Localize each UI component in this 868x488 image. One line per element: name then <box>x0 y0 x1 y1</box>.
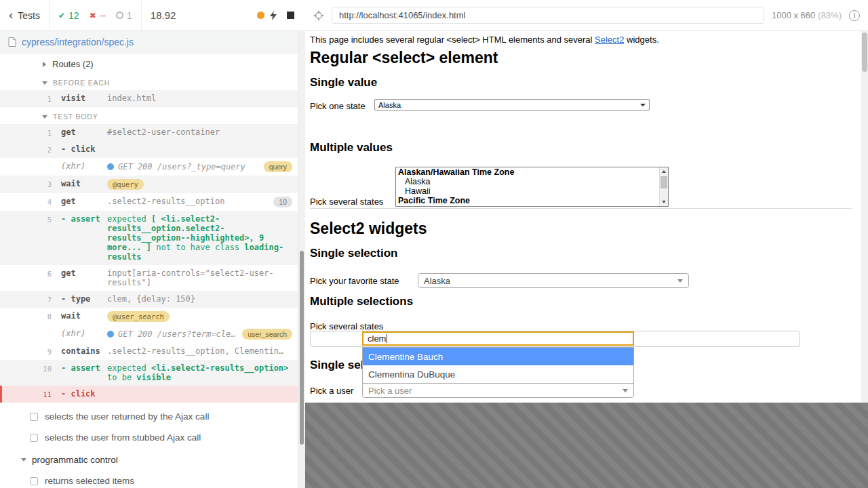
command-name: wait <box>52 311 107 322</box>
file-icon <box>8 37 16 47</box>
suite-programmatic-control[interactable]: programmatic control <box>0 448 298 470</box>
assert-segment: expected <box>107 214 151 224</box>
autoscroll-toggle[interactable] <box>257 11 277 20</box>
hook-header[interactable]: TEST BODY <box>0 107 298 124</box>
log-row[interactable]: (xhr)GET 200 /users?_type=queryquery <box>0 158 298 176</box>
listbox-option[interactable]: Alaska <box>396 177 668 186</box>
favorite-state-select2[interactable]: Alaska <box>418 273 689 288</box>
aut-scrollbar[interactable] <box>861 31 868 403</box>
dropdown-arrow-icon <box>640 104 646 106</box>
assert-segment: expected <box>107 363 151 373</box>
log-row[interactable]: 2- click <box>0 141 298 158</box>
aut-scrollbar-thumb[interactable] <box>862 33 867 72</box>
command-name: visit <box>52 94 107 104</box>
command-detail: #select2-user-container <box>107 127 292 138</box>
log-row[interactable]: 9contains.select2-results__option, Cleme… <box>0 343 298 360</box>
test-title: selects the user returned by the Ajax ca… <box>45 411 209 422</box>
listbox-scrollbar-thumb[interactable] <box>660 176 667 188</box>
row-number: 7 <box>0 294 52 304</box>
row-number: 1 <box>0 94 52 104</box>
test-title-item[interactable]: selects the user returned by the Ajax ca… <box>0 406 298 427</box>
command-name: contains <box>52 346 107 357</box>
log-row[interactable]: 10- assertexpected <li.select2-results__… <box>0 360 298 386</box>
select2-link[interactable]: Select2 <box>595 35 624 45</box>
command-detail: expected [ <li.select2-results__option.s… <box>107 214 292 262</box>
select2-search-input[interactable]: clem <box>362 331 634 346</box>
lightning-bolt-icon <box>270 11 277 20</box>
log-row[interactable]: 5- assertexpected [ <li.select2-results_… <box>0 211 298 265</box>
log-row[interactable]: 7- typeclem, {delay: 150} <box>0 291 298 308</box>
viewport-info: 1000 x 660(83%) <box>772 10 842 20</box>
command-detail: GET 200 /users?term=cle… <box>107 329 237 340</box>
command-detail: input[aria-controls="select2-user-result… <box>107 268 292 287</box>
command-name: (xhr) <box>52 329 107 340</box>
sidebar-scrollbar-thumb[interactable] <box>300 251 304 445</box>
suite-routes[interactable]: Routes (2) <box>0 54 298 73</box>
viewport-zoom: (83%) <box>818 10 842 20</box>
spec-header[interactable]: cypress/integration/spec.js <box>0 31 298 54</box>
chevron-down-icon <box>677 279 683 283</box>
chevron-down-icon <box>21 458 26 462</box>
listbox-option[interactable]: Hawaii <box>396 186 668 196</box>
suite2-label: programmatic control <box>32 455 118 465</box>
row-number: 8 <box>0 311 52 322</box>
command-name: - type <box>52 294 107 304</box>
hook-title: TEST BODY <box>53 113 98 121</box>
log-row[interactable]: 3wait@query <box>0 176 298 193</box>
test-title-item[interactable]: selects the user from stubbed Ajax call <box>0 427 298 448</box>
row-number: 4 <box>0 197 52 207</box>
sidebar-scrollbar[interactable] <box>298 31 305 488</box>
hook-header[interactable]: BEFORE EACH <box>0 73 298 90</box>
test-title-item[interactable]: returns selected items <box>0 470 298 488</box>
log-row[interactable]: 6getinput[aria-controls="select2-user-re… <box>0 265 298 291</box>
favorite-state-value: Alaska <box>424 276 677 286</box>
listbox-scrollbar[interactable] <box>659 167 668 206</box>
scroll-up-icon[interactable] <box>660 167 668 176</box>
select2-result-option[interactable]: Clementina DuBuque <box>363 365 633 383</box>
log-row[interactable]: 8wait@user_search <box>0 308 298 325</box>
heading-multiple-values: Multiple values <box>310 141 393 155</box>
command-detail: .select2-results__option <box>107 197 268 207</box>
log-row[interactable]: 4get.select2-results__option10 <box>0 193 298 211</box>
failed-stat[interactable]: ✖ -- <box>90 10 106 21</box>
pending-stat[interactable]: 1 <box>116 10 132 21</box>
user-select2[interactable]: Pick a user <box>362 383 634 398</box>
state-select-value: Alaska <box>378 101 640 109</box>
info-icon[interactable]: i <box>849 10 860 21</box>
passed-stat[interactable]: ✔ 12 <box>58 10 79 21</box>
chevron-right-icon <box>43 62 46 67</box>
log-row[interactable]: (xhr)GET 200 /users?term=cle…user_search <box>0 325 298 343</box>
command-detail: index.html <box>107 94 292 104</box>
url-input[interactable]: http://localhost:41065/index.html <box>332 7 764 24</box>
log-row[interactable]: 11- click <box>0 386 298 403</box>
crosshair-icon[interactable] <box>313 10 324 21</box>
row-number <box>0 161 52 172</box>
row-number <box>0 329 52 340</box>
xhr-status-icon <box>107 331 114 338</box>
user-select2-placeholder: Pick a user <box>368 386 623 396</box>
states-multi-listbox[interactable]: Alaskan/Hawaiian Time ZoneAlaskaHawaiiPa… <box>395 167 669 207</box>
divider <box>310 208 852 209</box>
test-checkbox[interactable] <box>30 477 38 485</box>
command-name: - click <box>52 389 107 399</box>
scroll-down-icon[interactable] <box>660 198 668 206</box>
test-list: selects the user returned by the Ajax ca… <box>0 406 298 448</box>
stop-button[interactable] <box>287 12 294 19</box>
passed-count: 12 <box>68 10 79 21</box>
heading-single-selection: Single selection <box>310 247 397 260</box>
command-detail: @user_search <box>107 311 292 322</box>
row-number: 9 <box>0 346 52 357</box>
command-detail <box>107 144 292 155</box>
state-select[interactable]: Alaska <box>374 99 650 110</box>
pending-circle-icon <box>116 12 123 19</box>
command-log: BEFORE EACH1visitindex.htmlTEST BODY1get… <box>0 73 298 403</box>
back-to-tests-button[interactable]: ‹ Tests <box>0 0 49 30</box>
log-row[interactable]: 1get#select2-user-container <box>0 124 298 141</box>
intro-text: This page includes several regular <sele… <box>310 35 659 45</box>
test-checkbox[interactable] <box>30 413 38 421</box>
log-row[interactable]: 1visitindex.html <box>0 90 298 107</box>
xhr-status-icon <box>107 163 114 170</box>
select2-result-option[interactable]: Clementine Bauch <box>363 348 633 365</box>
command-log-panel: cypress/integration/spec.js Routes (2) B… <box>0 31 298 488</box>
test-checkbox[interactable] <box>30 434 38 442</box>
